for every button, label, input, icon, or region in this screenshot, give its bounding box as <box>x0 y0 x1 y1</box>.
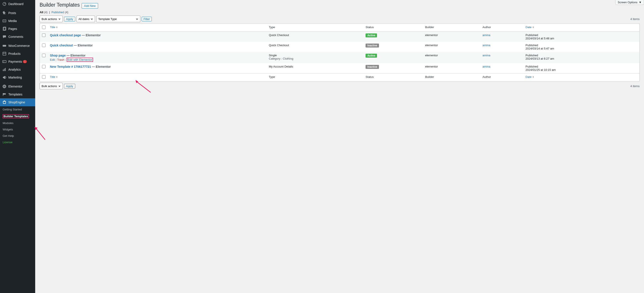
table-row: Shop page — ElementorEdit | Trash | Edit… <box>40 52 640 63</box>
row-checkbox[interactable] <box>42 34 46 37</box>
shopengine-icon <box>2 100 6 104</box>
col-builder: Builder <box>425 26 434 29</box>
page-title: Builder Templates <box>40 0 80 9</box>
sidebar-sub-label: Modules <box>3 122 14 125</box>
sidebar-item-posts[interactable]: Posts <box>0 9 35 17</box>
sidebar-sub-builder-templates[interactable]: Builder Templates <box>0 112 35 120</box>
select-all-checkbox-bottom[interactable] <box>42 75 46 79</box>
col-title-sort[interactable]: Title <box>50 26 55 29</box>
sidebar-sub-get-help[interactable]: Get Help <box>0 133 35 139</box>
row-action-trash[interactable]: Trash <box>57 58 64 61</box>
apply-bulk-button-bottom[interactable]: Apply <box>64 84 75 88</box>
sidebar-sub-widgets[interactable]: Widgets <box>0 126 35 133</box>
admin-sidebar: DashboardPostsMediaPagesCommentsWooComme… <box>0 0 35 293</box>
sidebar-item-payments[interactable]: $Payments1 <box>0 58 35 66</box>
row-checkbox[interactable] <box>42 44 46 47</box>
sidebar-item-label: Media <box>8 19 17 23</box>
row-title-link[interactable]: New Template # 1706177721 <box>50 65 91 68</box>
sidebar-item-comments[interactable]: Comments <box>0 33 35 41</box>
status-badge: Active <box>366 54 377 58</box>
row-action-edit[interactable]: Edit <box>50 58 55 61</box>
woo-icon <box>2 44 6 48</box>
col-title-sort-foot[interactable]: Title <box>50 75 55 78</box>
row-title-suffix: — Elementor <box>73 44 92 47</box>
col-builder-foot: Builder <box>425 75 434 78</box>
row-title-suffix: — Elementor <box>91 65 111 68</box>
row-date-label: Published <box>526 65 637 68</box>
add-new-button[interactable]: Add New <box>82 3 98 8</box>
svg-line-22 <box>36 128 45 140</box>
status-badge: Inactive <box>366 44 379 48</box>
filter-button[interactable]: Filter <box>142 17 152 21</box>
sidebar-item-pages[interactable]: Pages <box>0 25 35 33</box>
bulk-actions-select[interactable]: Bulk actions <box>40 16 63 22</box>
row-date-value: 2024/03/13 at 6:27 am <box>526 57 637 60</box>
filter-all-count: (4) <box>44 10 48 14</box>
row-date-label: Published <box>526 44 637 47</box>
sidebar-item-label: Elementor <box>8 85 22 88</box>
sidebar-item-woocommerce[interactable]: WooCommerce <box>0 42 35 50</box>
analytics-icon <box>2 67 6 72</box>
screen-options-label: Screen Options <box>618 1 638 4</box>
pin-icon <box>2 11 6 15</box>
bulk-actions-select-bottom[interactable]: Bulk actions <box>40 83 63 89</box>
sidebar-item-label: Products <box>8 52 20 56</box>
sidebar-sub-label: Getting Started <box>3 108 22 111</box>
marketing-icon <box>2 75 6 80</box>
screen-options-button[interactable]: Screen Options ▼ <box>616 0 644 5</box>
template-type-select[interactable]: Template Type <box>96 16 140 22</box>
sidebar-item-label: Payments <box>8 60 22 63</box>
filter-all-link[interactable]: All <box>40 10 43 14</box>
col-date-sort[interactable]: Date <box>526 26 532 29</box>
svg-marker-23 <box>34 127 38 130</box>
sidebar-item-label: Dashboard <box>8 2 24 6</box>
col-date-sort-foot[interactable]: Date <box>526 75 532 78</box>
media-icon <box>2 19 6 23</box>
svg-rect-19 <box>3 93 3 96</box>
row-date-value: 2024/01/25 at 10:15 am <box>526 68 637 72</box>
svg-rect-5 <box>4 27 6 30</box>
tablenav-bottom: Bulk actions Apply 4 items <box>40 83 640 89</box>
sidebar-sub-getting-started[interactable]: Getting Started <box>0 106 35 112</box>
svg-line-1 <box>4 3 5 4</box>
svg-rect-4 <box>3 27 5 30</box>
table-row: Quick checkout — ElementorQuick Checkout… <box>40 42 640 52</box>
dashboard-icon <box>2 2 6 6</box>
select-all-checkbox-top[interactable] <box>42 26 46 29</box>
sidebar-item-dashboard[interactable]: Dashboard <box>0 0 35 8</box>
sidebar-sub-modules[interactable]: Modules <box>0 120 35 126</box>
date-filter-select[interactable]: All dates <box>76 16 95 22</box>
apply-bulk-button[interactable]: Apply <box>64 17 75 21</box>
sidebar-sub-license[interactable]: License <box>0 139 35 146</box>
sidebar-item-label: ShopEngine <box>8 100 25 104</box>
payments-icon: $ <box>2 60 6 64</box>
row-action-edit-with-elementor[interactable]: Edit with Elementor <box>67 58 93 62</box>
row-builder: elementor <box>425 34 438 37</box>
sidebar-item-shopengine[interactable]: ShopEngine <box>0 98 35 106</box>
sidebar-sub-label: License <box>3 140 12 144</box>
sidebar-item-products[interactable]: Products <box>0 50 35 58</box>
row-title-link[interactable]: Quick checkout page <box>50 34 81 37</box>
row-checkbox[interactable] <box>42 65 46 68</box>
svg-rect-7 <box>3 52 6 55</box>
sidebar-item-label: WooCommerce <box>8 44 30 48</box>
row-title-link[interactable]: Quick checkout <box>50 44 73 47</box>
row-author-link[interactable]: amina <box>482 54 490 57</box>
row-type: Quick Checkout <box>269 34 361 37</box>
row-author-link[interactable]: amina <box>482 65 490 68</box>
row-author-link[interactable]: amina <box>482 34 490 37</box>
sidebar-item-elementor[interactable]: Elementor <box>0 82 35 90</box>
filter-published-link[interactable]: Published <box>52 10 64 14</box>
sidebar-item-marketing[interactable]: Marketing <box>0 74 35 82</box>
row-type-sub: Category : Clothing <box>269 57 361 60</box>
sort-icon: ▲▼ <box>56 26 58 28</box>
row-author-link[interactable]: amina <box>482 44 490 47</box>
table-row: New Template # 1706177721 — ElementorMy … <box>40 63 640 73</box>
row-checkbox[interactable] <box>42 54 46 57</box>
sort-icon: ▲▼ <box>532 26 534 28</box>
row-title-link[interactable]: Shop page <box>50 54 66 57</box>
sidebar-item-media[interactable]: Media <box>0 17 35 25</box>
sidebar-item-templates[interactable]: Templates <box>0 90 35 98</box>
sidebar-item-analytics[interactable]: Analytics <box>0 66 35 74</box>
row-builder: elementor <box>425 54 438 57</box>
